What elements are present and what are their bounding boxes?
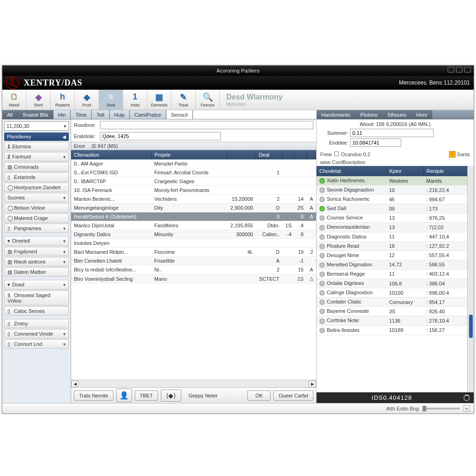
checkbox-icon[interactable] [334,152,339,156]
table-row[interactable]: Sonca Rachovertic45: 984.67 [317,195,467,204]
surname-input[interactable] [350,129,434,137]
sidebar-item-rieoli-aintrore[interactable]: ▥Rieoli aintrore▾ [4,257,69,266]
table-row[interactable]: Counse Service13: 976,25 [317,213,467,223]
sidebar-item-connened-vinide[interactable]: ▯Connened Vinide▾ [4,329,69,338]
sidebar-item-connort-lnd[interactable]: ▯Connort Lnd▾ [4,339,69,349]
sidebar-item-datein-matber[interactable]: ▥Datein Matber [4,267,69,277]
table-row[interactable]: 0.. IBARCT6PCrargeetic Gages [71,177,316,186]
toolbar-inste-button[interactable]: 1Inste [123,90,147,110]
tab-hore[interactable]: Hore [411,110,432,119]
table-row[interactable]: Dignanity DalicsMinunity300000Callen..-4… [71,230,316,239]
toolbar-treat-button[interactable]: ✎Treat [172,90,196,110]
sidebar-item-hontyocture-zandert[interactable]: ◯Hontyocture Zandert [4,183,69,192]
table-row[interactable]: MenungelanginlogeDity2,900.000D2SA [71,204,316,212]
table-row[interactable]: Belira Ilesisles10188: 156.27 [317,325,467,335]
sidebar-item-onertell[interactable]: ▾Onertell▾ [4,236,69,246]
close-icon[interactable] [464,67,471,73]
sidebar-item-crmionads[interactable]: ▥Crmionads [4,162,69,172]
table-row[interactable]: Desuget Nime12: 557,55.4 [317,251,467,260]
tbet-button[interactable]: TBET [135,390,158,401]
tab-camipratce[interactable]: CamiPratce [130,110,166,119]
tab-telt[interactable]: Telt [92,110,109,119]
sidebar-item-fngdoned[interactable]: ▥Fngdoned▾ [4,247,69,256]
column-header[interactable] [306,150,316,159]
tab-time[interactable]: Time [71,110,92,119]
toolbar-seat-button[interactable]: ≡Seat [99,90,123,110]
scroll-right-icon[interactable]: ▶ [309,381,316,387]
toolbar-demests-button[interactable]: ▦Demests [147,90,172,110]
sidebar-item-caloc-seroes[interactable]: ▯Caloc Seroes [4,306,69,316]
table-row[interactable]: 0..-Ext FCSMS ISDFiresarl; Arcolial Coor… [71,168,316,177]
table-row[interactable]: Conlater CliaticCornunary: 954,17 [317,298,467,307]
column-header[interactable]: Projele [152,150,227,159]
tab-huip[interactable]: Huip [110,110,130,119]
table-row[interactable]: Reratt/Setont 4 (Odintetieh)00A [71,212,316,221]
toolbar-prort-button[interactable]: ◆Prort [75,90,99,110]
table-row[interactable]: Bler Cenetten LhatelrFriseilldeA-1 [71,257,316,265]
table-row[interactable]: Seonie Digagnastion10: 218,22.4 [317,185,467,195]
tab-senocil[interactable]: Senocil [166,110,193,119]
table-row[interactable]: Onlalie Dignloes106.8: 386.04 [317,279,467,288]
table-row[interactable]: Bayeme Conneatir3S: 826.40 [317,307,467,316]
navigate-button[interactable]: ⟨◆⟩ [161,390,181,402]
sidebar-item-omsseal-saged-vnlios[interactable]: §Omsseal Saged Vnlios [4,291,69,305]
tab-sthouno[interactable]: Sthouno [383,110,411,119]
tab-handomanto[interactable]: Handomanto [317,110,356,119]
table-row[interactable]: Bemseral Regge11: 403,12.4 [317,269,467,278]
sidebar-item-belson-viriioe[interactable]: ◯Belson Viriioe [4,203,69,212]
sidebar-item-doad[interactable]: ▾Doad▾ [4,280,69,290]
table-row[interactable]: Corttnke Note:1136: 278,10.4 [317,316,467,325]
tab-snaest-bits[interactable]: Snaest Bits [18,110,53,119]
sidebar-item-zminy[interactable]: ▯Zminy [4,319,69,328]
scroll-thumb[interactable] [469,315,473,338]
table-row[interactable]: Bacl Marsaned Ridpin...Flocoime4LD192 [71,248,316,257]
scroll-left-icon[interactable]: ◀ [71,381,79,387]
sidebar-item-malered-crage[interactable]: ◯Malered Crage [4,213,69,223]
sidebar-item-pangnames[interactable]: ▯Pangnames▾ [4,224,69,233]
tab-hin[interactable]: Hin [53,110,71,119]
ok-button[interactable]: OK [247,390,271,401]
column-header[interactable] [227,150,256,159]
roodove-input[interactable] [100,121,313,129]
table-row[interactable]: 10. ISA FererackMoroly.fert Panominants [71,186,316,195]
main-grid[interactable]: ClienastionProjeleDeal 0.. AM AagorMerad… [71,150,316,380]
maximize-icon[interactable] [456,67,463,73]
table-row[interactable]: Manlco DipnUotalFandltirers2,195,855Dtdo… [71,221,316,230]
column-header[interactable]: Kptor [386,166,423,176]
table-row[interactable]: Sed Dall09: 173 [317,204,467,213]
table-row[interactable]: Diagnostic Datios11: 447.10,4 [317,232,467,241]
sidebar-item-eturnios[interactable]: 1Eturnios [4,142,69,151]
column-header[interactable] [294,150,306,159]
zoom-in-icon[interactable]: + [463,405,470,412]
person-button[interactable]: 👤 [116,389,132,402]
trans-button[interactable]: Trats Nemite [74,390,113,401]
table-row[interactable]: Xatin HartloenesWedoireMarets [317,176,467,185]
toolbar-fexoos-button[interactable]: 🔍Fexoos [196,90,220,110]
table-row[interactable]: Mereilted Digmation14.72: 586.55 [317,260,467,269]
table-row[interactable]: Blcy Is rediati lofcrillestive...Ni..215… [71,265,316,274]
tab-all[interactable]: All [2,110,18,119]
enddee-input[interactable] [350,139,401,147]
horizontal-scrollbar[interactable]: ◀ ▶ [71,380,316,387]
table-row[interactable]: Inolotes Detyen [71,239,316,248]
sidebar-item-fanhunt[interactable]: 2Fanhunt▾ [4,152,69,161]
column-header[interactable] [282,150,294,159]
sidebar-item-extarinde[interactable]: ▯Extarinde [4,172,69,182]
sidebar-header[interactable]: Plendierey ◀ [4,132,69,141]
right-table[interactable]: ChovletatKptorReniple Xatin HartloenesWe… [317,166,467,335]
clear-button[interactable]: Oueer Carfet [273,390,313,401]
sidebar-combo[interactable]: 11,200,30 [4,121,69,131]
table-row[interactable]: Manton Bedenic...Vechiders15,20008214A [71,195,316,204]
minimize-icon[interactable] [448,67,454,73]
column-header[interactable]: Chovletat [317,166,386,176]
vertical-scrollbar[interactable] [467,166,474,392]
tab-plutono[interactable]: Plutono [356,110,383,119]
table-row[interactable]: Plosture Read16: 127,92.2 [317,241,467,251]
column-header[interactable]: Deal [256,150,282,159]
table-row[interactable]: Btro Voeninlysball SeclingManoSCTECT1S△ [71,274,316,284]
table-row[interactable]: 0.. AM AagorMeradet Partis [71,159,316,168]
sidebar-item-suones[interactable]: Suones▾ [4,193,69,202]
column-header[interactable]: Reniple [423,166,467,176]
table-row[interactable]: Catinge Diagnostion10100: 896,00.4 [317,288,467,298]
zoom-slider[interactable] [423,408,460,410]
